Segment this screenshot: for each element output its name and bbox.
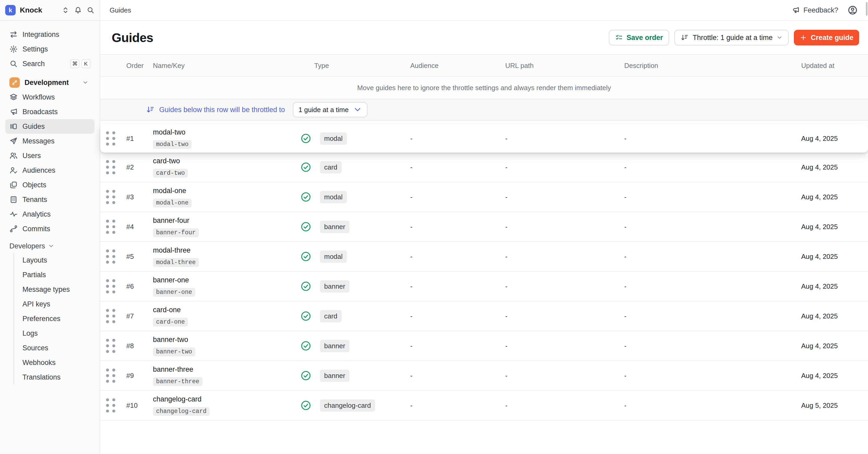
- guide-row-banner-one[interactable]: #6banner-onebanner-onebanner---Aug 4, 20…: [100, 272, 868, 302]
- guide-key-badge: modal-three: [153, 258, 199, 267]
- guide-key-badge: modal-two: [153, 140, 191, 149]
- status-active-check-icon: [301, 222, 311, 232]
- guide-name-key: banner-onebanner-one: [148, 276, 297, 297]
- drag-handle-icon[interactable]: [100, 276, 121, 297]
- sidebar-item-commits[interactable]: Commits: [5, 222, 94, 236]
- account-avatar-icon[interactable]: [848, 5, 858, 15]
- sidebar-item-integrations[interactable]: Integrations: [5, 27, 94, 42]
- chevron-down-icon: [353, 106, 362, 114]
- guide-updated-at: Aug 4, 2025: [797, 135, 868, 143]
- guide-updated-at: Aug 4, 2025: [797, 163, 868, 171]
- drag-handle-icon[interactable]: [100, 187, 121, 207]
- app: k Knock IntegrationsSettingsSearch⌘K Dev…: [0, 0, 868, 454]
- drag-handle-icon[interactable]: [100, 335, 121, 356]
- drag-handle-icon[interactable]: [100, 246, 121, 267]
- sidebar-item-guides[interactable]: Guides: [5, 119, 94, 134]
- sidebar-item-webhooks[interactable]: Webhooks: [14, 355, 94, 370]
- sidebar-item-settings[interactable]: Settings: [5, 42, 94, 56]
- sidebar-item-preferences[interactable]: Preferences: [14, 311, 94, 326]
- workspace-logo[interactable]: k: [5, 5, 16, 16]
- drag-handle-icon[interactable]: [100, 306, 121, 327]
- sidebar-item-label: Partials: [23, 271, 46, 279]
- guide-type-cell: modal: [297, 191, 406, 203]
- sidebar-item-objects[interactable]: Objects: [5, 178, 94, 192]
- unthrottled-dropzone[interactable]: Move guides here to ignore the throttle …: [100, 77, 868, 99]
- environment-switcher[interactable]: Development: [5, 75, 94, 90]
- guide-row-banner-three[interactable]: #9banner-threebanner-threebanner---Aug 4…: [100, 361, 868, 391]
- sidebar-item-messages[interactable]: Messages: [5, 134, 94, 148]
- sidebar-main-items: IntegrationsSettingsSearch⌘K: [5, 27, 94, 71]
- save-order-button[interactable]: Save order: [609, 30, 670, 46]
- throttle-label: Throttle: 1 guide at a time: [693, 34, 773, 42]
- sidebar-item-partials[interactable]: Partials: [14, 267, 94, 282]
- search-icon[interactable]: [87, 6, 94, 14]
- sidebar-item-layouts[interactable]: Layouts: [14, 253, 94, 267]
- guide-row-card-two[interactable]: #2card-twocard-twocard---Aug 4, 2025: [100, 152, 868, 182]
- throttle-value-select[interactable]: 1 guide at a time: [293, 102, 368, 117]
- sidebar-item-users[interactable]: Users: [5, 148, 94, 163]
- workspace-header: k Knock: [0, 0, 100, 21]
- guide-row-modal-three[interactable]: #5modal-threemodal-threemodal---Aug 4, 2…: [100, 242, 868, 272]
- sidebar: k Knock IntegrationsSettingsSearch⌘K Dev…: [0, 0, 100, 454]
- drag-handle-icon[interactable]: [100, 216, 121, 237]
- sidebar-item-workflows[interactable]: Workflows: [5, 90, 94, 105]
- guide-name-key: modal-twomodal-two: [148, 128, 297, 149]
- guide-type-badge: card: [320, 161, 342, 173]
- drag-handle-icon[interactable]: [100, 365, 121, 386]
- sidebar-env-items: WorkflowsBroadcastsGuidesMessagesUsersAu…: [5, 90, 94, 236]
- guide-type-badge: banner: [320, 221, 349, 233]
- status-active-check-icon: [301, 281, 311, 291]
- feedback-label: Feedback?: [803, 6, 838, 15]
- workspace-name[interactable]: Knock: [20, 6, 42, 15]
- guide-row-banner-two[interactable]: #8banner-twobanner-twobanner---Aug 4, 20…: [100, 331, 868, 361]
- guide-type-badge: banner: [320, 370, 349, 382]
- sort-descending-icon: [681, 34, 688, 41]
- guide-row-card-one[interactable]: #7card-onecard-onecard---Aug 4, 2025: [100, 302, 868, 331]
- sidebar-item-logs[interactable]: Logs: [14, 326, 94, 341]
- guide-description: -: [620, 282, 797, 290]
- guide-row-modal-one[interactable]: #3modal-onemodal-onemodal---Aug 4, 2025: [100, 182, 868, 212]
- guide-row-changelog-card[interactable]: #10changelog-cardchangelog-cardchangelog…: [100, 391, 868, 421]
- guide-url-path: -: [501, 223, 620, 231]
- notifications-bell-icon[interactable]: [74, 6, 82, 14]
- sidebar-item-audiences[interactable]: Audiences: [5, 163, 94, 178]
- guide-updated-at: Aug 4, 2025: [797, 312, 868, 320]
- sidebar-item-translations[interactable]: Translations: [14, 370, 94, 385]
- sidebar-item-tenants[interactable]: Tenants: [5, 192, 94, 207]
- drag-handle-icon[interactable]: [100, 395, 121, 416]
- sidebar-item-search[interactable]: Search⌘K: [5, 56, 94, 71]
- developers-section-toggle[interactable]: Developers: [5, 239, 94, 253]
- guide-updated-at: Aug 4, 2025: [797, 223, 868, 231]
- guide-name: banner-one: [153, 276, 297, 284]
- commits-icon: [9, 225, 18, 233]
- drag-handle-icon[interactable]: [100, 157, 121, 178]
- guide-name: modal-two: [153, 128, 297, 136]
- guide-row-banner-four[interactable]: #4banner-fourbanner-fourbanner---Aug 4, …: [100, 212, 868, 242]
- guide-name-key: banner-fourbanner-four: [148, 217, 297, 237]
- sidebar-item-message-types[interactable]: Message types: [14, 282, 94, 297]
- sidebar-item-label: Layouts: [23, 256, 47, 264]
- column-header-audience: Audience: [406, 62, 501, 70]
- guide-order: #2: [121, 163, 148, 171]
- analytics-icon: [9, 210, 18, 218]
- workspace-switcher-icon[interactable]: [62, 6, 69, 14]
- feedback-button[interactable]: Feedback?: [792, 6, 838, 15]
- guide-key-badge: changelog-card: [153, 407, 210, 416]
- sidebar-item-api-keys[interactable]: API keys: [14, 297, 94, 311]
- megaphone-icon: [792, 6, 800, 14]
- guide-updated-at: Aug 5, 2025: [797, 401, 868, 409]
- sidebar-item-analytics[interactable]: Analytics: [5, 207, 94, 222]
- sidebar-item-label: Logs: [23, 330, 38, 338]
- guide-name: modal-three: [153, 246, 297, 254]
- sidebar-item-sources[interactable]: Sources: [14, 341, 94, 355]
- guide-order: #6: [121, 282, 148, 290]
- page-title: Guides: [112, 31, 153, 45]
- create-guide-button[interactable]: Create guide: [794, 30, 859, 46]
- guide-row-modal-two[interactable]: #1modal-twomodal-twomodal---Aug 4, 2025: [100, 124, 868, 152]
- throttle-dropdown-button[interactable]: Throttle: 1 guide at a time: [674, 30, 789, 46]
- sidebar-item-broadcasts[interactable]: Broadcasts: [5, 105, 94, 119]
- guide-description: -: [620, 163, 797, 171]
- drag-handle-icon[interactable]: [100, 128, 121, 149]
- scrollbar-thumb[interactable]: [866, 2, 867, 16]
- create-guide-label: Create guide: [811, 34, 854, 42]
